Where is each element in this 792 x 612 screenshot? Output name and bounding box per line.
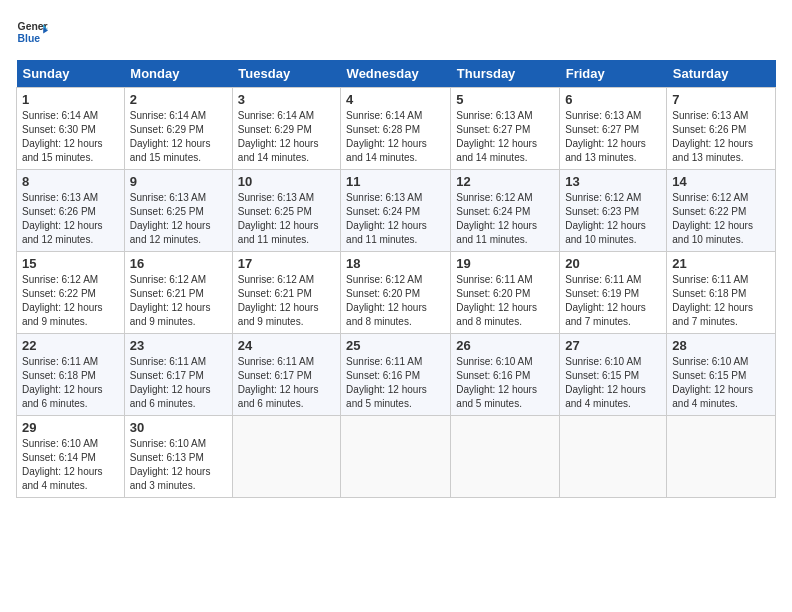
- calendar-cell: 22Sunrise: 6:11 AM Sunset: 6:18 PM Dayli…: [17, 334, 125, 416]
- calendar-cell: [341, 416, 451, 498]
- calendar-cell: [451, 416, 560, 498]
- calendar-cell: 29Sunrise: 6:10 AM Sunset: 6:14 PM Dayli…: [17, 416, 125, 498]
- weekday-header-monday: Monday: [124, 60, 232, 88]
- day-info: Sunrise: 6:12 AM Sunset: 6:21 PM Dayligh…: [130, 273, 227, 329]
- day-number: 30: [130, 420, 227, 435]
- day-number: 26: [456, 338, 554, 353]
- day-info: Sunrise: 6:14 AM Sunset: 6:30 PM Dayligh…: [22, 109, 119, 165]
- calendar-cell: 4Sunrise: 6:14 AM Sunset: 6:28 PM Daylig…: [341, 88, 451, 170]
- day-info: Sunrise: 6:12 AM Sunset: 6:20 PM Dayligh…: [346, 273, 445, 329]
- day-number: 1: [22, 92, 119, 107]
- calendar-week-row: 22Sunrise: 6:11 AM Sunset: 6:18 PM Dayli…: [17, 334, 776, 416]
- svg-text:Blue: Blue: [18, 33, 41, 44]
- day-info: Sunrise: 6:10 AM Sunset: 6:13 PM Dayligh…: [130, 437, 227, 493]
- day-info: Sunrise: 6:13 AM Sunset: 6:27 PM Dayligh…: [565, 109, 661, 165]
- calendar-table: SundayMondayTuesdayWednesdayThursdayFrid…: [16, 60, 776, 498]
- weekday-header-row: SundayMondayTuesdayWednesdayThursdayFrid…: [17, 60, 776, 88]
- day-info: Sunrise: 6:10 AM Sunset: 6:15 PM Dayligh…: [565, 355, 661, 411]
- weekday-header-friday: Friday: [560, 60, 667, 88]
- day-number: 23: [130, 338, 227, 353]
- calendar-cell: 9Sunrise: 6:13 AM Sunset: 6:25 PM Daylig…: [124, 170, 232, 252]
- calendar-cell: 12Sunrise: 6:12 AM Sunset: 6:24 PM Dayli…: [451, 170, 560, 252]
- logo-icon: General Blue: [16, 16, 48, 48]
- day-info: Sunrise: 6:11 AM Sunset: 6:17 PM Dayligh…: [238, 355, 335, 411]
- day-info: Sunrise: 6:12 AM Sunset: 6:21 PM Dayligh…: [238, 273, 335, 329]
- weekday-header-saturday: Saturday: [667, 60, 776, 88]
- calendar-cell: 2Sunrise: 6:14 AM Sunset: 6:29 PM Daylig…: [124, 88, 232, 170]
- day-number: 22: [22, 338, 119, 353]
- calendar-cell: 20Sunrise: 6:11 AM Sunset: 6:19 PM Dayli…: [560, 252, 667, 334]
- day-info: Sunrise: 6:12 AM Sunset: 6:24 PM Dayligh…: [456, 191, 554, 247]
- day-number: 12: [456, 174, 554, 189]
- day-number: 10: [238, 174, 335, 189]
- calendar-cell: 21Sunrise: 6:11 AM Sunset: 6:18 PM Dayli…: [667, 252, 776, 334]
- day-number: 3: [238, 92, 335, 107]
- calendar-cell: 11Sunrise: 6:13 AM Sunset: 6:24 PM Dayli…: [341, 170, 451, 252]
- calendar-cell: 16Sunrise: 6:12 AM Sunset: 6:21 PM Dayli…: [124, 252, 232, 334]
- day-info: Sunrise: 6:10 AM Sunset: 6:16 PM Dayligh…: [456, 355, 554, 411]
- day-info: Sunrise: 6:13 AM Sunset: 6:25 PM Dayligh…: [130, 191, 227, 247]
- day-number: 8: [22, 174, 119, 189]
- calendar-cell: 8Sunrise: 6:13 AM Sunset: 6:26 PM Daylig…: [17, 170, 125, 252]
- day-info: Sunrise: 6:13 AM Sunset: 6:24 PM Dayligh…: [346, 191, 445, 247]
- day-number: 4: [346, 92, 445, 107]
- day-info: Sunrise: 6:12 AM Sunset: 6:23 PM Dayligh…: [565, 191, 661, 247]
- day-info: Sunrise: 6:12 AM Sunset: 6:22 PM Dayligh…: [672, 191, 770, 247]
- day-number: 19: [456, 256, 554, 271]
- day-number: 6: [565, 92, 661, 107]
- day-info: Sunrise: 6:14 AM Sunset: 6:28 PM Dayligh…: [346, 109, 445, 165]
- calendar-cell: 19Sunrise: 6:11 AM Sunset: 6:20 PM Dayli…: [451, 252, 560, 334]
- day-info: Sunrise: 6:11 AM Sunset: 6:19 PM Dayligh…: [565, 273, 661, 329]
- day-number: 14: [672, 174, 770, 189]
- calendar-cell: 10Sunrise: 6:13 AM Sunset: 6:25 PM Dayli…: [232, 170, 340, 252]
- weekday-header-tuesday: Tuesday: [232, 60, 340, 88]
- calendar-cell: 23Sunrise: 6:11 AM Sunset: 6:17 PM Dayli…: [124, 334, 232, 416]
- calendar-cell: [232, 416, 340, 498]
- calendar-cell: 28Sunrise: 6:10 AM Sunset: 6:15 PM Dayli…: [667, 334, 776, 416]
- calendar-cell: 13Sunrise: 6:12 AM Sunset: 6:23 PM Dayli…: [560, 170, 667, 252]
- calendar-cell: 27Sunrise: 6:10 AM Sunset: 6:15 PM Dayli…: [560, 334, 667, 416]
- calendar-week-row: 8Sunrise: 6:13 AM Sunset: 6:26 PM Daylig…: [17, 170, 776, 252]
- day-number: 20: [565, 256, 661, 271]
- calendar-cell: 1Sunrise: 6:14 AM Sunset: 6:30 PM Daylig…: [17, 88, 125, 170]
- day-number: 7: [672, 92, 770, 107]
- day-info: Sunrise: 6:13 AM Sunset: 6:25 PM Dayligh…: [238, 191, 335, 247]
- weekday-header-wednesday: Wednesday: [341, 60, 451, 88]
- day-number: 25: [346, 338, 445, 353]
- calendar-cell: [667, 416, 776, 498]
- calendar-cell: 7Sunrise: 6:13 AM Sunset: 6:26 PM Daylig…: [667, 88, 776, 170]
- calendar-cell: 17Sunrise: 6:12 AM Sunset: 6:21 PM Dayli…: [232, 252, 340, 334]
- calendar-cell: 6Sunrise: 6:13 AM Sunset: 6:27 PM Daylig…: [560, 88, 667, 170]
- calendar-cell: 18Sunrise: 6:12 AM Sunset: 6:20 PM Dayli…: [341, 252, 451, 334]
- day-info: Sunrise: 6:11 AM Sunset: 6:20 PM Dayligh…: [456, 273, 554, 329]
- day-info: Sunrise: 6:11 AM Sunset: 6:18 PM Dayligh…: [672, 273, 770, 329]
- day-number: 21: [672, 256, 770, 271]
- day-number: 13: [565, 174, 661, 189]
- calendar-week-row: 1Sunrise: 6:14 AM Sunset: 6:30 PM Daylig…: [17, 88, 776, 170]
- day-number: 11: [346, 174, 445, 189]
- day-number: 28: [672, 338, 770, 353]
- day-number: 16: [130, 256, 227, 271]
- calendar-cell: 5Sunrise: 6:13 AM Sunset: 6:27 PM Daylig…: [451, 88, 560, 170]
- day-info: Sunrise: 6:10 AM Sunset: 6:14 PM Dayligh…: [22, 437, 119, 493]
- day-info: Sunrise: 6:14 AM Sunset: 6:29 PM Dayligh…: [238, 109, 335, 165]
- calendar-cell: 3Sunrise: 6:14 AM Sunset: 6:29 PM Daylig…: [232, 88, 340, 170]
- calendar-cell: 15Sunrise: 6:12 AM Sunset: 6:22 PM Dayli…: [17, 252, 125, 334]
- logo: General Blue: [16, 16, 48, 48]
- day-number: 24: [238, 338, 335, 353]
- calendar-cell: 26Sunrise: 6:10 AM Sunset: 6:16 PM Dayli…: [451, 334, 560, 416]
- day-info: Sunrise: 6:11 AM Sunset: 6:17 PM Dayligh…: [130, 355, 227, 411]
- day-number: 2: [130, 92, 227, 107]
- day-number: 27: [565, 338, 661, 353]
- day-info: Sunrise: 6:11 AM Sunset: 6:18 PM Dayligh…: [22, 355, 119, 411]
- day-number: 15: [22, 256, 119, 271]
- day-number: 5: [456, 92, 554, 107]
- calendar-cell: 30Sunrise: 6:10 AM Sunset: 6:13 PM Dayli…: [124, 416, 232, 498]
- day-info: Sunrise: 6:13 AM Sunset: 6:26 PM Dayligh…: [672, 109, 770, 165]
- day-number: 17: [238, 256, 335, 271]
- day-number: 29: [22, 420, 119, 435]
- page-header: General Blue: [16, 16, 776, 48]
- day-info: Sunrise: 6:12 AM Sunset: 6:22 PM Dayligh…: [22, 273, 119, 329]
- weekday-header-thursday: Thursday: [451, 60, 560, 88]
- weekday-header-sunday: Sunday: [17, 60, 125, 88]
